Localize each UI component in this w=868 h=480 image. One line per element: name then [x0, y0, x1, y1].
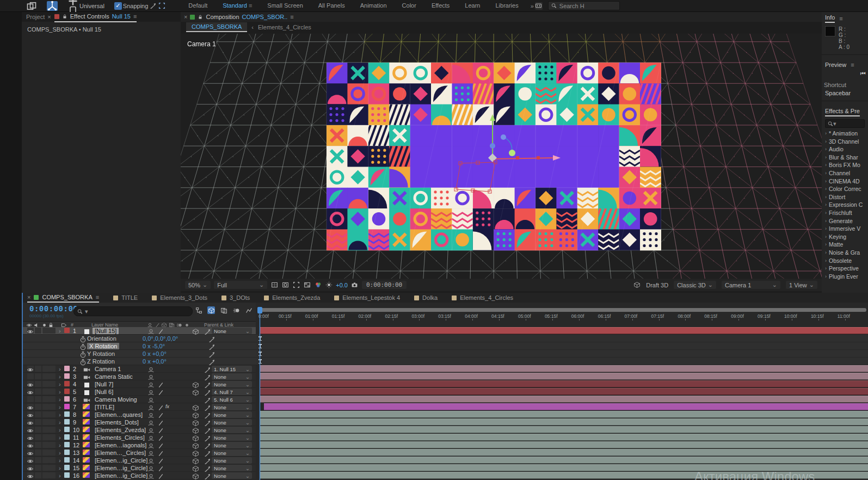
3d-layer-toggle[interactable] [192, 419, 199, 427]
stopwatch-icon[interactable] [79, 343, 87, 350]
pan-behind-tool[interactable] [26, 1, 37, 11]
parent-link-dropdown[interactable]: 5. Null 6⌄ [212, 396, 252, 403]
resolution-dropdown[interactable]: Full⌄ [214, 281, 267, 289]
layer-duration-bar[interactable] [260, 457, 868, 464]
keyframe-marker[interactable] [258, 336, 262, 341]
layer-visibility-eye[interactable] [26, 328, 34, 335]
shy-toggle[interactable] [147, 465, 155, 472]
shortcut-value[interactable]: Spacebar [822, 88, 868, 96]
layer-row-11[interactable]: ›11[Elements_Circles]None⌄ [23, 434, 256, 441]
expression-pick-whip-icon[interactable] [208, 350, 216, 358]
layer-visibility-eye[interactable] [26, 472, 34, 480]
switch-cell[interactable] [42, 450, 49, 456]
expression-pick-whip-icon[interactable] [208, 335, 216, 343]
layer-duration-bar[interactable] [260, 441, 868, 448]
workspace-settings-icon[interactable] [535, 2, 543, 10]
layer-visibility-eye[interactable] [26, 381, 34, 389]
property-value[interactable]: 0,0°,0,0°,0,0° [143, 335, 178, 342]
parent-link-dropdown[interactable]: None⌄ [212, 419, 252, 426]
quality-toggle[interactable] [157, 404, 164, 411]
layer-label-chip[interactable] [64, 389, 70, 394]
switch-cell[interactable] [35, 419, 41, 425]
switch-cell[interactable] [49, 328, 56, 334]
effects-category[interactable]: ›Matte [822, 241, 868, 249]
switch-cell[interactable] [42, 419, 49, 425]
effects-category[interactable]: ›Audio [822, 145, 868, 153]
layer-row-16[interactable]: ›16[Elemen…ig_Circle]None⌄ [23, 472, 256, 479]
shy-toggle[interactable] [147, 381, 155, 389]
switch-cell[interactable] [27, 373, 34, 379]
switch-cell[interactable] [42, 427, 49, 433]
close-icon[interactable]: × [47, 14, 51, 20]
effects-category[interactable]: ›Color Correc [822, 185, 868, 193]
switch-cell[interactable] [49, 434, 56, 440]
effect-controls-tab[interactable]: Effect Controls Null 15 ≡ [54, 11, 137, 22]
layer-name[interactable]: [Elements_Dots] [93, 419, 141, 426]
3d-layer-toggle[interactable] [192, 427, 199, 434]
exposure-icon[interactable] [325, 281, 333, 289]
layer-row-10[interactable]: ›10[Elements_Zvezda]None⌄ [23, 426, 256, 434]
parent-pick-whip-icon[interactable] [204, 366, 211, 373]
layer-name[interactable]: [Elemen…ig_Circle] [93, 465, 150, 471]
switch-cell[interactable] [35, 427, 41, 433]
preview-panel-header[interactable]: Preview ≡ [822, 59, 868, 69]
3d-layer-toggle[interactable] [192, 434, 199, 442]
layer-visibility-eye[interactable] [26, 427, 34, 434]
quality-toggle[interactable] [157, 442, 164, 450]
switch-cell[interactable] [35, 442, 41, 448]
layer-row-4[interactable]: ›4[Null 7]None⌄ [23, 380, 256, 388]
preview-timecode[interactable]: 0:00:00:00 [362, 281, 407, 289]
shy-toggle[interactable] [147, 472, 155, 480]
panel-menu-icon[interactable]: ≡ [851, 61, 854, 68]
timeline-tab-elements-lepestok-4[interactable]: Elements_Lepestok 4 [334, 294, 400, 301]
property-name[interactable]: Orientation [87, 335, 116, 342]
workspace-small-screen[interactable]: Small Screen [260, 0, 310, 11]
switch-cell[interactable] [42, 404, 49, 410]
effects-search-input[interactable]: ▾ [825, 119, 865, 128]
graph-editor-icon[interactable] [245, 306, 253, 314]
switch-cell[interactable] [35, 396, 41, 402]
layer-duration-bar[interactable] [264, 403, 868, 410]
keyframe-marker[interactable] [258, 359, 262, 364]
timeline-tab-elements-4-circles[interactable]: Elements_4_Circles [452, 294, 513, 301]
comp-mini-flowchart-icon[interactable] [195, 306, 202, 314]
effects-category[interactable]: ›Plugin Ever [822, 273, 868, 281]
shy-toggle[interactable] [147, 373, 155, 381]
current-time-display[interactable]: 0:00:00:00 [29, 304, 78, 313]
3d-layer-toggle[interactable] [192, 389, 199, 396]
layer-duration-bar[interactable] [260, 419, 868, 426]
stopwatch-icon[interactable] [79, 358, 87, 366]
expand-chevron-icon[interactable]: › [59, 411, 61, 418]
layer-label-chip[interactable] [64, 411, 70, 417]
layer-duration-bar[interactable] [260, 411, 868, 418]
stopwatch-icon[interactable] [79, 350, 87, 358]
timeline-tab-elements-zvezda[interactable]: Elements_Zvezda [264, 294, 320, 301]
parent-link-dropdown[interactable]: None⌄ [212, 457, 252, 464]
layer-name[interactable]: [Null 7] [93, 381, 115, 387]
layer-visibility-eye[interactable] [26, 434, 34, 442]
fx-toggle[interactable]: fx [165, 404, 169, 409]
layer-duration-bar[interactable] [260, 449, 868, 456]
layer-row-2[interactable]: ›2Camera 11. Null 15⌄ [23, 365, 256, 373]
switch-cell[interactable] [42, 434, 49, 440]
switch-cell[interactable] [49, 411, 56, 417]
expand-chevron-icon[interactable]: › [59, 472, 61, 479]
layer-name[interactable]: [Null 6] [93, 389, 115, 395]
layer-label-chip[interactable] [64, 404, 70, 409]
switch-cell[interactable] [35, 434, 41, 440]
comp-tab-secondary[interactable]: Elements_4_Circles [258, 24, 311, 30]
project-tab[interactable]: Project × [26, 12, 51, 22]
effects-category[interactable]: ›* Animation [822, 130, 868, 138]
effects-category[interactable]: ›Immersive V [822, 225, 868, 233]
switch-cell[interactable] [35, 328, 41, 334]
switch-cell[interactable] [35, 411, 41, 417]
3d-layer-toggle[interactable] [192, 457, 199, 465]
layer-name[interactable]: [Null 15] [93, 328, 119, 334]
pick-whip-icon[interactable] [149, 2, 157, 10]
effects-category[interactable]: ›Channel [822, 169, 868, 177]
composition-viewport[interactable]: Camera 1 [181, 34, 822, 279]
expand-chevron-icon[interactable]: › [59, 450, 61, 456]
timeline-tab-comps-sborka[interactable]: ×COMPS_SBORKA≡ [27, 293, 99, 303]
layer-label-chip[interactable] [64, 419, 70, 424]
snapping-checkbox[interactable]: ✓ [114, 2, 122, 10]
